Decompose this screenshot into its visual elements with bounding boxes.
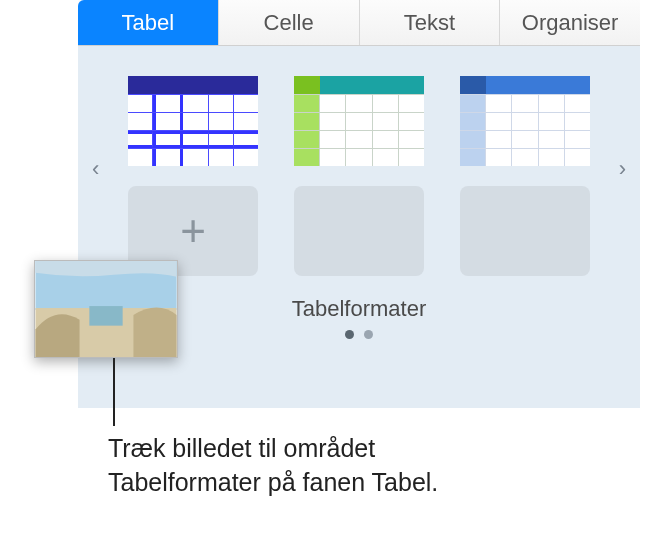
page-dot-1[interactable] <box>345 330 354 339</box>
styles-prev-arrow[interactable]: ‹ <box>92 156 99 182</box>
beach-photo-icon <box>35 261 177 357</box>
callout-line2: Tabelformater på fanen Tabel. <box>108 466 438 500</box>
table-style-2[interactable] <box>294 76 424 166</box>
page-dots <box>128 330 590 339</box>
table-style-placeholder <box>460 186 590 276</box>
table-style-placeholder <box>294 186 424 276</box>
tab-tabel[interactable]: Tabel <box>78 0 219 45</box>
tab-bar: Tabel Celle Tekst Organiser <box>78 0 640 46</box>
table-styles-row-2: + <box>128 186 590 276</box>
table-style-1[interactable] <box>128 76 258 166</box>
table-styles-row <box>128 76 590 166</box>
section-label: Tabelformater <box>128 296 590 322</box>
plus-icon: + <box>180 206 206 256</box>
table-style-3[interactable] <box>460 76 590 166</box>
callout-line1: Træk billedet til området <box>108 432 438 466</box>
callout-text: Træk billedet til området Tabelformater … <box>108 432 438 500</box>
callout-line <box>113 358 115 426</box>
tab-tekst[interactable]: Tekst <box>360 0 501 45</box>
tab-celle[interactable]: Celle <box>219 0 360 45</box>
dragged-image-thumbnail[interactable] <box>34 260 178 358</box>
styles-next-arrow[interactable]: › <box>619 156 626 182</box>
tab-organiser[interactable]: Organiser <box>500 0 640 45</box>
page-dot-2[interactable] <box>364 330 373 339</box>
svg-rect-2 <box>89 306 122 326</box>
